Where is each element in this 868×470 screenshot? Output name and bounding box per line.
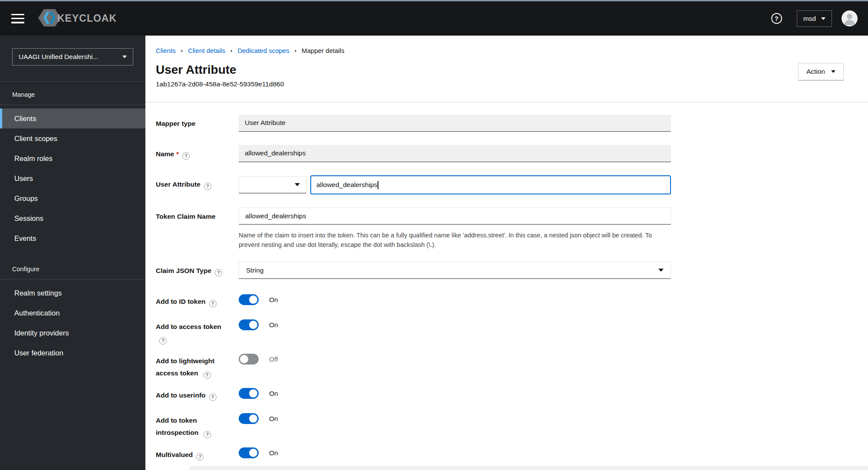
claim-json-type-value: String	[246, 266, 264, 274]
nav-section-configure: Configure Realm settings Authentication …	[0, 248, 145, 363]
add-to-lightweight-access-token-row: Add to lightweight access token ? Off	[156, 352, 844, 379]
action-button[interactable]: Action	[798, 63, 844, 81]
add-to-token-introspection-row: Add to token introspection ? On	[156, 412, 844, 439]
question-circle-icon[interactable]: ?	[196, 453, 204, 460]
claim-json-type-select[interactable]: String	[239, 262, 671, 279]
mapper-id: 1ab1267a-2d08-458a-8e52-59359e11d860	[156, 80, 798, 88]
sidebar-item-events[interactable]: Events	[0, 228, 145, 248]
bottom-panel-edge	[189, 466, 868, 470]
masthead: KEYCLOAK ? msd	[0, 1, 868, 36]
avatar[interactable]	[842, 10, 858, 26]
toggle-state: On	[269, 321, 278, 329]
add-to-lightweight-access-token-label: Add to lightweight access token ?	[156, 352, 239, 379]
nav-section-manage: Manage Clients Client scopes Realm roles…	[0, 82, 145, 248]
token-claim-name-helper-text: Name of the claim to insert into the tok…	[239, 230, 668, 250]
question-circle-icon[interactable]: ?	[204, 371, 211, 379]
chevron-down-icon	[122, 56, 127, 58]
user-attribute-input[interactable]: allowed_dealerships	[310, 175, 671, 194]
multivalued-row: Multivalued? On	[156, 446, 844, 463]
sidebar-item-client-scopes[interactable]: Client scopes	[0, 128, 145, 148]
name-row: Name*?	[156, 145, 844, 162]
claim-json-type-label: Claim JSON Type?	[156, 262, 239, 277]
sidebar-item-realm-roles[interactable]: Realm roles	[0, 148, 145, 168]
token-claim-name-row: Token Claim Name Name of the claim to in…	[156, 207, 844, 250]
question-circle-icon[interactable]: ?	[209, 394, 217, 401]
breadcrumb-separator-icon: ›	[295, 47, 296, 54]
multivalued-label: Multivalued?	[156, 446, 239, 461]
question-circle-icon[interactable]: ?	[215, 269, 222, 276]
toggle-state: On	[269, 449, 278, 457]
sidebar-item-groups[interactable]: Groups	[0, 188, 145, 208]
add-to-access-token-row: Add to access token ? On	[156, 318, 844, 345]
hamburger-menu-icon[interactable]	[11, 14, 24, 23]
user-attribute-row: User Attribute? allowed_dealerships	[156, 175, 844, 194]
mapper-type-input[interactable]	[239, 115, 671, 132]
claim-json-type-row: Claim JSON Type? String	[156, 262, 844, 279]
nav-section-title: Configure	[0, 248, 145, 279]
required-indicator: *	[176, 150, 179, 158]
question-circle-icon[interactable]: ?	[209, 300, 217, 307]
sidebar-item-identity-providers[interactable]: Identity providers	[0, 323, 145, 343]
sidebar-item-users[interactable]: Users	[0, 168, 145, 188]
question-circle-icon[interactable]: ?	[204, 431, 211, 438]
realm-selector-label: UAAGI Unified Dealershi...	[19, 53, 99, 61]
question-circle-icon[interactable]: ?	[182, 152, 190, 160]
add-to-userinfo-toggle[interactable]	[239, 388, 259, 399]
add-to-userinfo-label: Add to userinfo?	[156, 387, 239, 401]
toggle-state: On	[269, 296, 278, 304]
chevron-down-icon	[821, 17, 825, 20]
realm-selector-area: UAAGI Unified Dealershi...	[0, 36, 145, 82]
user-menu-label: msd	[803, 15, 816, 23]
help-icon[interactable]: ?	[771, 13, 782, 24]
name-input[interactable]	[239, 145, 671, 162]
add-to-id-token-toggle[interactable]	[239, 294, 259, 305]
name-label: Name*?	[156, 145, 239, 160]
chevron-down-icon	[658, 269, 664, 272]
mapper-type-row: Mapper type	[156, 115, 844, 132]
toggle-state: On	[269, 415, 278, 423]
sidebar-item-sessions[interactable]: Sessions	[0, 208, 145, 228]
chevron-down-icon	[295, 183, 300, 186]
toggle-state: On	[269, 390, 278, 398]
user-menu-dropdown[interactable]: msd	[797, 10, 832, 27]
breadcrumb-mapper-details: Mapper details	[302, 47, 344, 54]
add-to-token-introspection-label: Add to token introspection ?	[156, 412, 239, 439]
sidebar: UAAGI Unified Dealershi... Manage Client…	[0, 36, 145, 470]
add-to-id-token-label: Add to ID token?	[156, 293, 239, 308]
text-cursor	[378, 181, 378, 189]
chevron-down-icon	[831, 70, 835, 73]
sidebar-item-authentication[interactable]: Authentication	[0, 303, 145, 323]
user-attribute-label: User Attribute?	[156, 175, 239, 191]
breadcrumb-client-details[interactable]: Client details	[188, 47, 225, 54]
add-to-userinfo-row: Add to userinfo? On	[156, 387, 844, 404]
add-to-access-token-toggle[interactable]	[239, 319, 259, 330]
main-content: Clients › Client details › Dedicated sco…	[145, 36, 868, 470]
keycloak-logo: KEYCLOAK	[38, 8, 117, 29]
page-title: User Attribute	[156, 62, 798, 78]
breadcrumb: Clients › Client details › Dedicated sco…	[156, 36, 844, 54]
realm-selector-dropdown[interactable]: UAAGI Unified Dealershi...	[12, 48, 133, 66]
add-to-lightweight-access-token-toggle[interactable]	[239, 354, 259, 365]
add-to-token-introspection-toggle[interactable]	[239, 413, 259, 424]
sidebar-item-clients[interactable]: Clients	[0, 108, 145, 128]
sidebar-item-user-federation[interactable]: User federation	[0, 343, 145, 363]
question-circle-icon[interactable]: ?	[204, 183, 211, 190]
sidebar-item-realm-settings[interactable]: Realm settings	[0, 283, 145, 303]
action-button-label: Action	[806, 68, 825, 76]
mapper-form: Mapper type Name*? User Attribute?	[156, 102, 844, 463]
mapper-type-label: Mapper type	[156, 115, 239, 130]
user-attribute-select[interactable]	[239, 176, 306, 194]
nav-section-title: Manage	[0, 82, 145, 105]
question-circle-icon[interactable]: ?	[159, 337, 167, 345]
add-to-access-token-label: Add to access token ?	[156, 318, 239, 345]
breadcrumb-separator-icon: ›	[181, 47, 183, 54]
token-claim-name-input[interactable]	[239, 207, 671, 225]
multivalued-toggle[interactable]	[239, 447, 259, 458]
toggle-state: Off	[269, 355, 278, 363]
breadcrumb-clients[interactable]: Clients	[156, 47, 176, 54]
breadcrumb-dedicated-scopes[interactable]: Dedicated scopes	[237, 47, 289, 54]
token-claim-name-label: Token Claim Name	[156, 207, 239, 223]
add-to-id-token-row: Add to ID token? On	[156, 293, 844, 310]
brand-text: KEYCLOAK	[57, 13, 117, 24]
breadcrumb-separator-icon: ›	[230, 47, 232, 54]
